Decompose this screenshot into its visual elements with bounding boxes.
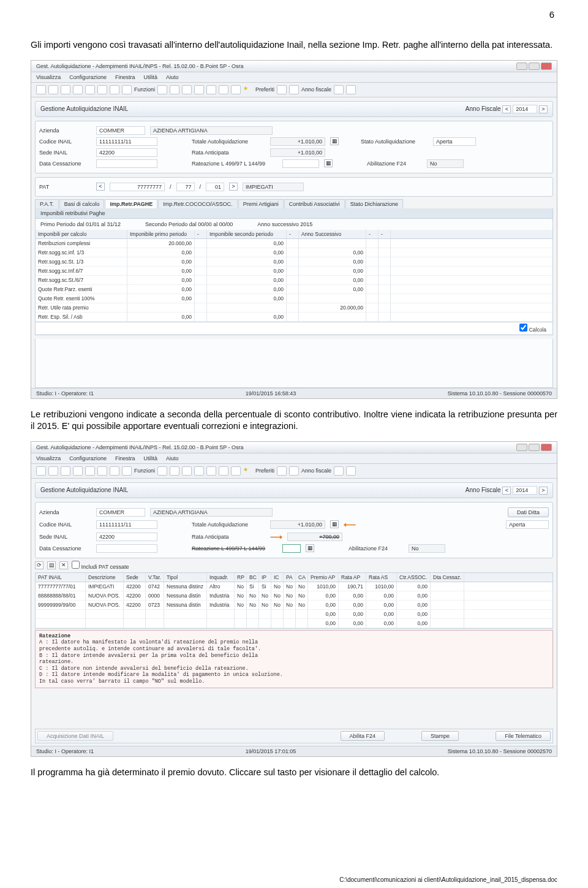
toolbar-icon[interactable] [157, 85, 167, 94]
toolbar-icon[interactable] [206, 85, 216, 94]
menu-item[interactable]: Aiuto [166, 455, 179, 461]
menu-item[interactable]: Finestra [115, 74, 135, 80]
toolbar-icon[interactable] [334, 85, 344, 94]
next-pat-button[interactable]: > [229, 183, 238, 191]
menu-item[interactable]: Utilità [143, 74, 157, 80]
tab-cococo[interactable]: Imp.Retr.COCOCO/ASSOC. [158, 199, 238, 208]
toolbar-icon[interactable] [231, 85, 241, 94]
maximize-button[interactable] [529, 63, 540, 70]
menu-item[interactable]: Utilità [143, 455, 157, 461]
help-icon[interactable] [346, 85, 356, 94]
toolbar-icon[interactable] [122, 466, 132, 476]
toolbar-icon[interactable] [110, 85, 119, 94]
pat-p2[interactable]: 01 [206, 183, 224, 191]
menu-item[interactable]: Configurazione [69, 455, 107, 461]
grid-row[interactable]: 88888888/88/01NUOVA POS.422000000Nessuna… [36, 591, 552, 601]
menu-item[interactable]: Visualizza [36, 74, 61, 80]
azienda-code[interactable]: COMMER [96, 508, 145, 517]
lookup-button[interactable]: ▦ [306, 544, 314, 552]
toolbar-icon[interactable] [194, 466, 204, 476]
toolbar-icon[interactable] [73, 466, 83, 476]
grid-row[interactable]: Retr.sogg.sc.St./6/70,000,000,00 [36, 276, 552, 285]
menu-item[interactable]: Aiuto [166, 74, 179, 80]
toolbar-icon[interactable] [73, 85, 83, 94]
toolbar-icon[interactable] [182, 85, 192, 94]
sede-value[interactable]: 42200 [96, 533, 157, 541]
toolbar-icon[interactable] [170, 85, 179, 94]
detail-button[interactable]: ▦ [330, 520, 339, 528]
minimize-button[interactable] [516, 444, 527, 451]
rateazione-value[interactable] [282, 544, 301, 553]
toolbar-icon[interactable] [122, 85, 132, 94]
toolbar-icon[interactable] [61, 466, 70, 476]
stato-value[interactable]: Aperta [433, 137, 476, 146]
azienda-code[interactable]: COMMER [96, 126, 145, 135]
toolbar-icon[interactable] [97, 466, 107, 476]
tab-basi[interactable]: Basi di calcolo [59, 199, 105, 208]
dati-ditta-button[interactable]: Dati Ditta [508, 507, 549, 517]
close-button[interactable] [541, 63, 552, 70]
calcola-checkbox[interactable]: Calcola [519, 324, 546, 333]
grid-row[interactable]: Retribuzioni complessi20.000,000,00 [36, 239, 552, 248]
close-button[interactable] [541, 444, 552, 451]
grid-row[interactable]: Retr. Esp. Sil. / Asb0,000,00 [36, 313, 552, 322]
grid-row[interactable]: Quote Retr. esenti 100%0,000,00 [36, 294, 552, 303]
menu-item[interactable]: Configurazione [69, 74, 107, 80]
codice-inail-value[interactable]: 11111111/11 [96, 137, 157, 146]
toolbar-icon[interactable] [289, 85, 299, 94]
grid-row[interactable]: 99999999/99/00NUOVA POS.422000723Nessuna… [36, 601, 552, 610]
toolbar-icon[interactable] [85, 85, 95, 94]
abilita-f24-button[interactable]: Abilita F24 [341, 731, 385, 741]
prev-pat-button[interactable]: < [96, 183, 105, 191]
grid-btn[interactable]: ⟳ [35, 561, 43, 569]
toolbar-icon[interactable] [85, 466, 95, 476]
pat-p1[interactable]: 77 [176, 183, 195, 191]
grid-row[interactable]: Quote Retr.Parz. esenti0,000,000,00 [36, 285, 552, 294]
toolbar-icon[interactable] [334, 466, 344, 476]
prev-year-button[interactable]: < [502, 487, 511, 495]
next-year-button[interactable]: > [539, 105, 548, 113]
stato-value[interactable]: Aperta [506, 520, 549, 529]
stampe-button[interactable]: Stampe [421, 731, 459, 741]
toolbar-icon[interactable] [206, 466, 216, 476]
star-icon[interactable]: ★ [243, 85, 253, 94]
grid-btn[interactable]: ✕ [59, 561, 68, 569]
help-icon[interactable] [346, 466, 356, 476]
file-telematico-button[interactable]: File Telematico [496, 731, 551, 741]
toolbar-icon[interactable] [182, 466, 192, 476]
toolbar-icon[interactable] [48, 466, 58, 476]
toolbar-icon[interactable] [110, 466, 119, 476]
toolbar-icon[interactable] [194, 85, 204, 94]
toolbar-icon[interactable] [36, 466, 46, 476]
tab-premi-artigiani[interactable]: Premi Artigiani [238, 199, 284, 208]
sede-value[interactable]: 42200 [96, 148, 157, 157]
grid-row[interactable]: 0,000,000,000,00 [36, 619, 552, 628]
tab-contributi[interactable]: Contributi Associativi [284, 199, 345, 208]
pat-code[interactable]: 77777777 [110, 183, 165, 191]
toolbar-icon[interactable] [48, 85, 58, 94]
cessazione-value[interactable] [96, 544, 157, 553]
acquisizione-button[interactable]: Acquisizione Dati INAIL [37, 731, 113, 741]
tab-stato[interactable]: Stato Dichiarazione [345, 199, 403, 208]
toolbar-icon[interactable] [277, 85, 287, 94]
rateazione-value[interactable] [282, 159, 319, 168]
includi-checkbox[interactable]: Includi PAT cessate [72, 561, 129, 570]
toolbar-icon[interactable] [231, 466, 241, 476]
toolbar-icon[interactable] [97, 85, 107, 94]
toolbar-icon[interactable] [219, 466, 228, 476]
grid-row[interactable]: 77777777/77/01IMPIEGATI422000742Nessuna … [36, 582, 552, 591]
maximize-button[interactable] [529, 444, 540, 451]
lookup-button[interactable]: ▦ [324, 159, 333, 167]
grid-row[interactable]: 0,000,000,000,00 [36, 610, 552, 619]
menu-item[interactable]: Visualizza [36, 455, 61, 461]
toolbar-icon[interactable] [277, 466, 287, 476]
prev-year-button[interactable]: < [502, 105, 511, 113]
minimize-button[interactable] [516, 63, 527, 70]
toolbar-icon[interactable] [61, 85, 70, 94]
grid-row[interactable]: Retr. Utile rata premio20.000,00 [36, 303, 552, 313]
toolbar-icon[interactable] [157, 466, 167, 476]
grid-btn[interactable]: ▤ [47, 561, 56, 569]
grid-row[interactable]: Retr.sogg.sc.St. 1/30,000,000,00 [36, 257, 552, 267]
grid-row[interactable]: Retr.sogg.sc.Inf.6/70,000,000,00 [36, 267, 552, 276]
tab-pat[interactable]: P.A.T. [35, 199, 59, 208]
